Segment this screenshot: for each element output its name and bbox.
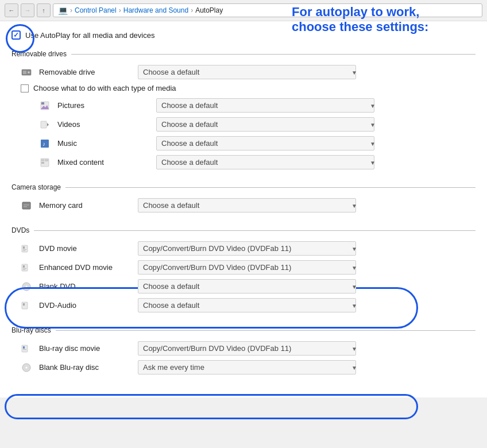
pictures-row: Pictures Choose a default ▼ [30,96,476,115]
main-content: ✓ Use AutoPlay for all media and devices… [0,21,487,397]
bluray-circle-annotation [5,394,418,419]
blank-bluray-dropdown[interactable]: Ask me every time Choose a default [138,360,356,374]
svg-rect-19 [23,249,26,250]
breadcrumb-autoplay: AutoPlay [195,6,223,14]
memory-card-row: Memory card Choose a default ▼ [11,196,476,215]
videos-icon [39,119,51,130]
enhanced-dvd-dropdown[interactable]: Copy/Convert/Burn DVD Video (DVDFab 11) … [138,260,356,275]
svg-rect-16 [24,206,27,207]
choose-media-row: Choose what to do with each type of medi… [11,82,476,96]
svg-rect-24 [23,269,25,270]
music-dropdown[interactable]: Choose a default [156,136,374,150]
svg-marker-7 [47,123,49,126]
forward-button[interactable]: → [21,3,34,17]
svg-rect-6 [41,121,47,128]
bluray-movie-dropdown[interactable]: Copy/Convert/Burn DVD Video (DVDFab 11) … [138,341,356,356]
removable-drive-dropdown[interactable]: Choose a default Ask me every time Take … [138,65,356,79]
pictures-icon [39,100,51,111]
svg-point-2 [28,71,30,74]
dvd-audio-label: DVD-Audio [39,301,131,310]
svg-point-26 [25,285,28,288]
svg-text:♪: ♪ [42,141,45,147]
videos-dropdown-wrapper: Choose a default ▼ [156,117,380,132]
memory-card-dropdown-wrapper: Choose a default ▼ [138,198,362,213]
blank-dvd-icon [21,281,32,292]
bluray-movie-dropdown-wrapper: Copy/Convert/Burn DVD Video (DVDFab 11) … [138,341,362,356]
memory-card-dropdown[interactable]: Choose a default [138,198,356,213]
svg-rect-1 [23,71,26,74]
back-button[interactable]: ← [5,3,18,17]
bluray-movie-icon [21,343,32,354]
svg-rect-4 [41,102,44,105]
use-autoplay-checkbox[interactable]: ✓ [11,30,21,40]
dvd-audio-row: DVD-Audio Choose a default ▼ [11,296,476,315]
use-autoplay-label: Use AutoPlay for all media and devices [25,31,154,40]
section-title-camera: Camera storage [11,183,476,191]
music-dropdown-wrapper: Choose a default ▼ [156,136,380,150]
enhanced-dvd-row: Enhanced DVD movie Copy/Convert/Burn DVD… [11,258,476,277]
svg-rect-11 [41,159,44,161]
section-bluray: Blu-ray discs Blu-ray disc movie Copy/Co… [11,326,476,377]
blank-dvd-dropdown[interactable]: Choose a default [138,279,356,293]
svg-rect-12 [41,162,44,164]
svg-rect-20 [23,250,25,251]
control-panel-icon: 💻 [58,6,68,15]
svg-rect-30 [23,346,25,349]
pictures-label: Pictures [57,101,149,110]
svg-rect-31 [23,349,26,350]
dvd-movie-icon [21,243,32,254]
svg-point-33 [25,366,28,369]
section-title-bluray: Blu-ray discs [11,326,476,334]
svg-rect-23 [23,268,26,269]
dvd-movie-label: DVD movie [39,244,131,253]
pictures-dropdown-wrapper: Choose a default ▼ [156,98,380,113]
videos-row: Videos Choose a default ▼ [30,115,476,134]
music-icon: ♪ [39,138,51,149]
svg-rect-18 [23,246,25,249]
enhanced-dvd-label: Enhanced DVD movie [39,263,131,272]
svg-rect-14 [22,202,30,209]
mixed-content-label: Mixed content [57,158,149,167]
pictures-dropdown[interactable]: Choose a default [156,98,374,113]
dvd-audio-dropdown[interactable]: Choose a default [138,298,356,312]
svg-rect-13 [45,159,48,161]
svg-rect-22 [23,265,25,268]
music-label: Music [57,139,149,148]
bluray-movie-label: Blu-ray disc movie [39,344,131,353]
choose-media-label: Choose what to do with each type of medi… [33,84,176,92]
memory-card-label: Memory card [39,201,131,210]
removable-drive-icon [21,67,32,78]
removable-drive-label: Removable drive [39,68,131,76]
music-row: ♪ Music Choose a default ▼ [30,134,476,153]
section-camera-storage: Camera storage Memory card Choose a defa… [11,183,476,215]
section-removable-drives: Removable drives Removable drive Choose … [11,50,476,172]
choose-media-checkbox[interactable] [21,84,29,92]
blank-bluray-row: Blank Blu-ray disc Ask me every time Cho… [11,358,476,377]
section-title-removable: Removable drives [11,50,476,58]
breadcrumb-control-panel[interactable]: Control Panel [75,6,117,14]
blank-dvd-dropdown-wrapper: Choose a default ▼ [138,279,362,293]
section-dvds: DVDs DVD movie Copy/Convert/Burn DVD Vid… [11,226,476,315]
breadcrumb-hardware-sound[interactable]: Hardware and Sound [123,6,188,14]
blank-bluray-label: Blank Blu-ray disc [39,363,131,372]
enhanced-dvd-icon [21,262,32,273]
videos-dropdown[interactable]: Choose a default [156,117,374,132]
dvd-audio-dropdown-wrapper: Choose a default ▼ [138,298,362,312]
dvd-movie-dropdown-wrapper: Copy/Convert/Burn DVD Video (DVDFab 11) … [138,241,362,256]
dvd-movie-row: DVD movie Copy/Convert/Burn DVD Video (D… [11,239,476,258]
enhanced-dvd-dropdown-wrapper: Copy/Convert/Burn DVD Video (DVDFab 11) … [138,260,362,275]
mixed-content-icon [39,157,51,168]
svg-rect-28 [23,303,25,306]
up-button[interactable]: ↑ [37,3,51,17]
blank-bluray-dropdown-wrapper: Ask me every time Choose a default ▼ [138,360,362,374]
blank-dvd-row: Blank DVD Choose a default ▼ [11,277,476,296]
mixed-content-dropdown[interactable]: Choose a default [156,155,374,169]
svg-rect-15 [24,204,29,206]
media-type-rows: Pictures Choose a default ▼ Videos Choos… [11,96,476,172]
section-title-dvds: DVDs [11,226,476,234]
memory-card-icon [21,200,32,211]
mixed-content-row: Mixed content Choose a default ▼ [30,153,476,172]
mixed-content-dropdown-wrapper: Choose a default ▼ [156,155,380,169]
dvd-movie-dropdown[interactable]: Copy/Convert/Burn DVD Video (DVDFab 11) … [138,241,356,256]
dvd-audio-icon [21,300,32,311]
